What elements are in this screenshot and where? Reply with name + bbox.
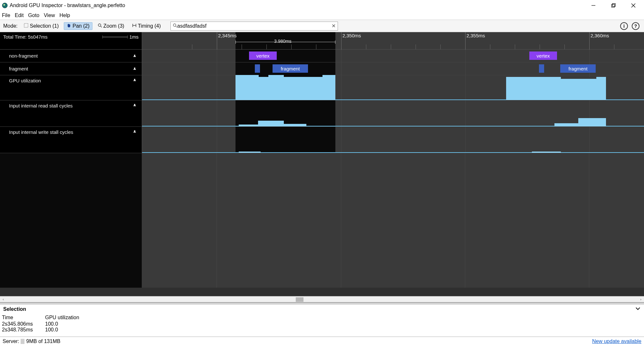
- timeline-empty-area[interactable]: [0, 153, 644, 288]
- fragment-chip[interactable]: fragment: [273, 64, 308, 73]
- mode-zoom-label: Zoom (3): [103, 23, 124, 29]
- scroll-thumb[interactable]: [296, 297, 303, 302]
- menu-file[interactable]: File: [2, 13, 10, 18]
- search-input[interactable]: [177, 23, 332, 29]
- timeline-panel[interactable]: Total Time: 5s047ms 1ms 2,345ms 2,350ms …: [0, 32, 644, 296]
- mode-pan-label: Pan (2): [72, 23, 89, 29]
- zoom-icon: [98, 23, 102, 29]
- svg-line-14: [176, 26, 177, 27]
- hand-icon: [67, 23, 71, 29]
- tick-label: 2,345ms: [218, 33, 237, 38]
- fragment-chip-small[interactable]: [539, 64, 544, 73]
- app-icon: [2, 3, 8, 8]
- mode-label: Mode:: [3, 23, 17, 29]
- memory-usage-bar: [21, 339, 24, 344]
- svg-rect-4: [612, 4, 615, 6]
- fragment-chip-small[interactable]: [255, 64, 260, 73]
- info-button[interactable]: i: [620, 22, 628, 30]
- clear-search-button[interactable]: ✕: [332, 23, 336, 29]
- track-nonfragment[interactable]: vertex vertex: [142, 50, 644, 62]
- fragment-chip[interactable]: fragment: [560, 64, 596, 73]
- selection-icon: [24, 23, 28, 29]
- pin-icon[interactable]: [133, 78, 137, 82]
- svg-point-1: [4, 4, 5, 6]
- vertex-chip[interactable]: vertex: [529, 51, 557, 60]
- mode-pan-button[interactable]: Pan (2): [64, 22, 92, 30]
- track-fragment[interactable]: fragment fragment: [142, 62, 644, 75]
- mode-timing-button[interactable]: Timing (4): [130, 23, 163, 30]
- tick-label: 2,360ms: [591, 33, 609, 38]
- mode-selection-label: Selection (1): [30, 23, 59, 29]
- search-box[interactable]: ✕: [170, 22, 338, 31]
- scale-label: 1ms: [130, 34, 139, 40]
- selection-cell-gpu: 100.0: [45, 321, 58, 327]
- selection-row[interactable]: 2s348.785ms 100.0: [0, 327, 644, 333]
- menu-edit[interactable]: Edit: [15, 13, 24, 18]
- maximize-button[interactable]: [610, 3, 616, 8]
- search-icon: [173, 23, 177, 29]
- track-label-gpu-util: GPU utilization: [9, 78, 41, 83]
- svg-rect-7: [24, 23, 28, 27]
- time-axis[interactable]: 2,345ms 2,350ms 2,355ms 2,360ms 3.980ms: [142, 32, 644, 49]
- track-label-nonfragment: non-fragment: [9, 53, 38, 59]
- scroll-left-button[interactable]: ‹: [0, 297, 6, 301]
- server-label: Server:: [3, 339, 19, 344]
- svg-point-13: [173, 24, 176, 26]
- title-bar: Android GPU Inspector - brawlstars_angle…: [0, 0, 644, 11]
- selection-panel: Selection Time GPU utilization 2s345.806…: [0, 304, 644, 337]
- track-label-read-stall: Input internal read stall cycles: [9, 103, 73, 108]
- server-memory: 9MB of 131MB: [26, 339, 61, 344]
- selection-title: Selection: [3, 306, 26, 312]
- svg-point-0: [2, 3, 7, 8]
- help-button[interactable]: ?: [632, 22, 639, 30]
- svg-line-9: [101, 26, 102, 27]
- mode-selection-button[interactable]: Selection (1): [21, 23, 61, 30]
- mode-zoom-button[interactable]: Zoom (3): [95, 23, 127, 30]
- pin-icon[interactable]: [133, 103, 137, 107]
- pin-icon[interactable]: [133, 67, 137, 71]
- timeline-header-left: Total Time: 5s047ms 1ms: [0, 32, 142, 49]
- selection-span-label: 3.980ms: [274, 39, 292, 44]
- toolbar: Mode: Selection (1) Pan (2) Zoom (3) Tim…: [0, 20, 644, 32]
- menu-goto[interactable]: Goto: [28, 13, 39, 18]
- minimize-button[interactable]: [591, 3, 596, 8]
- horizontal-scrollbar[interactable]: ‹ ›: [0, 296, 644, 302]
- tick-label: 2,350ms: [342, 33, 361, 38]
- scale-bracket-icon: [102, 35, 128, 39]
- update-link[interactable]: New update available: [592, 339, 641, 344]
- close-button[interactable]: [630, 3, 636, 8]
- total-time-label: Total Time: 5s047ms: [3, 34, 48, 40]
- track-write-stall[interactable]: [142, 127, 644, 153]
- svg-point-8: [98, 24, 101, 26]
- timing-icon: [132, 23, 137, 29]
- scroll-right-button[interactable]: ›: [638, 297, 644, 301]
- selection-row[interactable]: 2s345.806ms 100.0: [0, 321, 644, 327]
- selection-cell-gpu: 100.0: [45, 327, 58, 333]
- selection-col-gpu: GPU utilization: [45, 315, 79, 320]
- pin-icon[interactable]: [133, 54, 137, 58]
- svg-rect-3: [612, 5, 615, 7]
- tick-label: 2,355ms: [466, 33, 485, 38]
- status-bar: Server: 9MB of 131MB New update availabl…: [0, 337, 644, 346]
- pin-icon[interactable]: [133, 129, 137, 134]
- track-gpu-util[interactable]: [142, 75, 644, 100]
- selection-cell-time: 2s348.785ms: [2, 327, 35, 333]
- selection-col-time: Time: [2, 315, 35, 320]
- selection-cell-time: 2s345.806ms: [2, 321, 35, 327]
- track-label-write-stall: Input internal write stall cycles: [9, 129, 73, 135]
- vertex-chip[interactable]: vertex: [249, 51, 277, 60]
- mode-timing-label: Timing (4): [138, 23, 161, 29]
- menu-view[interactable]: View: [44, 13, 55, 18]
- track-read-stall[interactable]: [142, 100, 644, 126]
- collapse-button[interactable]: [635, 306, 641, 313]
- window-title: Android GPU Inspector - brawlstars_angle…: [10, 3, 125, 8]
- track-label-fragment: fragment: [9, 66, 28, 71]
- menu-help[interactable]: Help: [59, 13, 70, 18]
- menu-bar: File Edit Goto View Help: [0, 11, 644, 20]
